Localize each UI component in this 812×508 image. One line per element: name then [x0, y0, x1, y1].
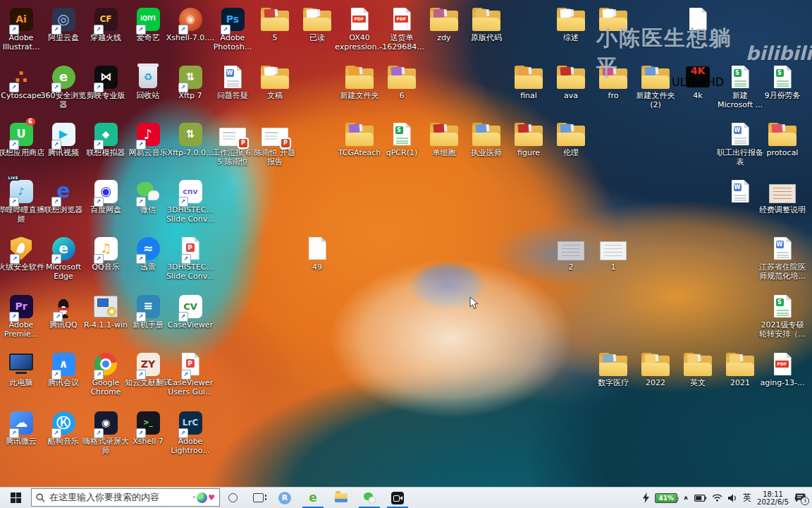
folder-zdy[interactable]: zdy [422, 6, 467, 42]
adobe-photoshop[interactable]: Ps↗AdobePhotosh... [210, 6, 255, 52]
word-unlabeled[interactable]: W [718, 178, 763, 205]
folder-yuanban-daima[interactable]: 原版代码 [464, 6, 509, 42]
excel-xinjian-microsoft[interactable]: S新建Microsoft ... [718, 64, 763, 109]
tencent-video[interactable]: ▶↗腾讯视频 [41, 121, 86, 157]
pdf-delivery-note[interactable]: PDF送货单-1629684... [379, 6, 424, 52]
lenovo-emulator[interactable]: ◆↗联想模拟器 [83, 121, 128, 157]
file-49[interactable]: 49 [295, 235, 340, 272]
3dhistech-slide-doc[interactable]: P↗3DHISTEC...Slide Conv... [168, 235, 213, 281]
capcut-pro[interactable]: ⋈↗剪映专业版 [83, 64, 128, 100]
folder-2022[interactable]: 2022 [633, 351, 678, 387]
iqiyi[interactable]: iQIYI↗爱奇艺 [125, 6, 171, 42]
bilibili-live-hime[interactable]: ♪↗LIVE哔哩哔哩直播姬 [0, 178, 44, 224]
volume-icon[interactable] [728, 494, 737, 502]
clock[interactable]: 18:11 2022/6/5 [757, 490, 789, 506]
taskbar-app-screen-recorder[interactable] [383, 488, 412, 508]
zhiyun-translator[interactable]: ZY↗知云文献翻译 [125, 351, 171, 387]
folder-shuzi-yiliao[interactable]: 数字医疗 [591, 351, 636, 387]
huorong-security[interactable]: ↗火绒安全软件 [0, 235, 44, 272]
this-pc[interactable]: 此电脑 [0, 351, 44, 387]
lenovo-browser[interactable]: e↗联想浏览器 [41, 178, 86, 214]
start-button[interactable] [0, 488, 31, 508]
kugou-music[interactable]: Ⓚ↗酷狗音乐 [41, 409, 86, 446]
folder-5[interactable]: 5 [252, 6, 297, 42]
xunlei-thunder[interactable]: ≈↗迅雷 [125, 235, 171, 272]
crossfire[interactable]: CF↗穿越火线 [83, 6, 128, 42]
excel-september-labor[interactable]: S9月份劳务 [760, 64, 805, 100]
img-2[interactable]: 2 [548, 235, 593, 272]
baidu-netdisk[interactable]: ◉↗百度网盘 [83, 178, 128, 214]
img-jingfei-tiaozheng[interactable]: 经费调整说明 [760, 178, 805, 214]
task-view-button[interactable] [245, 488, 271, 508]
desktop-wallpaper[interactable]: Ai↗AdobeIllustrat...◎↗阿里云盘CF↗穿越火线iQIYI↗爱… [0, 0, 812, 487]
word-chuxing-baobei[interactable]: W职工出行报备表 [718, 121, 763, 167]
3dhistech-slide-converter[interactable]: cnv↗3DHISTEC...Slide Conv... [168, 178, 213, 224]
folder-zhiye-yishi[interactable]: 执业医师 [464, 121, 509, 157]
file-obscured[interactable] [675, 6, 720, 33]
img-1[interactable]: 1 [591, 235, 636, 272]
pdf-aging-13[interactable]: PDFaging-13-... [760, 351, 805, 387]
adobe-premiere[interactable]: Pr↗AdobePremie... [0, 293, 44, 339]
folder-2021[interactable]: 2021 [718, 351, 763, 387]
caseviewer-users-guide[interactable]: P↗CaseViewerUsers Gui... [168, 351, 213, 397]
taskbar-app-wechat[interactable] [355, 488, 383, 508]
folder-tcgateach[interactable]: TCGAteach [337, 121, 382, 157]
xftp-setup[interactable]: ⇅Xftp-7.0.0... [168, 121, 213, 157]
360-browser[interactable]: e↗360安全浏览器 [41, 64, 86, 109]
folder-yidu[interactable]: 已读 [295, 6, 340, 42]
folder-figure[interactable]: figure [506, 121, 551, 157]
xshell-7[interactable]: >_↗Xshell 7 [125, 409, 171, 446]
haigeshi-recorder[interactable]: ◉↗嗨格式录屏大师 [83, 409, 128, 455]
battery-percent-badge[interactable]: 41% [655, 493, 677, 503]
cytoscape[interactable]: ∴↗Cytoscape [0, 64, 44, 100]
excel-qpcr-1[interactable]: SqPCR(1) [379, 121, 424, 157]
taskbar-app-360-browser[interactable]: e [299, 488, 327, 508]
xinji-shouce[interactable]: ≡↗新机手册 [125, 293, 171, 329]
adobe-lightroom[interactable]: LrC↗AdobeLightroo... [168, 409, 213, 455]
word-jiangsu-guipei[interactable]: W江苏省住院医师规范化培... [760, 235, 805, 281]
caseviewer[interactable]: CV↗CaseViewer [168, 293, 213, 329]
folder-final[interactable]: final [506, 64, 551, 100]
microsoft-edge[interactable]: e↗MicrosoftEdge [41, 235, 86, 281]
r-4-1-1-installer[interactable]: R-4.1.1-win [83, 293, 128, 329]
xftp7[interactable]: ⇅↗Xftp 7 [168, 64, 213, 100]
ppt-kaiti-baogao[interactable]: P陈雨恒 开题报告 [252, 121, 297, 167]
recycle-bin[interactable]: ♻回收站 [125, 64, 171, 100]
4k-ultrahd[interactable]: 4KULTRAHD4k [675, 64, 720, 100]
folder-danxibao[interactable]: 单细胞 [422, 121, 467, 157]
adobe-illustrator[interactable]: Ai↗AdobeIllustrat... [0, 6, 44, 52]
folder-xinjian[interactable]: 新建文件夹 [337, 64, 382, 100]
hidden-icons-chevron[interactable]: ∧ [683, 495, 689, 501]
folder-wengao[interactable]: 文稿 [252, 64, 297, 100]
excel-2021-zhuanshuo[interactable]: S2021级专硕轮转安排（... [760, 293, 805, 339]
tencent-qq[interactable]: ↗腾讯QQ [41, 293, 86, 329]
tencent-meeting[interactable]: ∧↗腾讯会议 [41, 351, 86, 387]
word-wenti-dayi[interactable]: W问题答疑 [210, 64, 255, 100]
wechat[interactable]: ↗微信 [125, 178, 171, 214]
xshell-setup[interactable]: ◉↗Xshell-7.0.... [168, 6, 213, 42]
folder-ava[interactable]: ava [548, 64, 593, 100]
lenovo-app-store[interactable]: U↗6联想应用商店 [0, 121, 44, 157]
pdf-ox40[interactable]: PDFOX40expression... [337, 6, 382, 52]
folder-fro[interactable]: fro [591, 64, 636, 100]
action-center-button[interactable]: 3 [794, 492, 806, 503]
google-chrome[interactable]: ↗GoogleChrome [83, 351, 128, 397]
folder-yingwen[interactable]: 英文 [675, 351, 720, 387]
taskbar-app-rstudio[interactable]: R [271, 488, 299, 508]
ppt-work-report[interactable]: P工作汇报 6.5 陈雨恒 [210, 121, 255, 167]
qq-music[interactable]: ♫↗QQ音乐 [83, 235, 128, 272]
folder-zongshu[interactable]: 综述 [548, 6, 593, 42]
taskbar-search-box[interactable]: 在这里输入你要搜索的内容 ✦ ♥ [31, 488, 220, 507]
taskbar-app-file-explorer[interactable] [327, 488, 355, 508]
folder-6[interactable]: 6 [379, 64, 424, 100]
netease-cloud-music[interactable]: ♪↗网易云音乐 [125, 121, 171, 157]
folder-obscured[interactable] [591, 6, 636, 33]
folder-protocal[interactable]: protocal [760, 121, 805, 157]
cortana-button[interactable] [220, 488, 245, 508]
battery-icon[interactable] [694, 495, 706, 502]
tencent-weiyun[interactable]: ☁↗腾讯微云 [0, 409, 44, 446]
aliyun-drive[interactable]: ◎↗阿里云盘 [41, 6, 86, 42]
wifi-icon[interactable] [712, 494, 722, 502]
folder-lunli[interactable]: 伦理 [548, 121, 593, 157]
ime-language-indicator[interactable]: 英 [743, 492, 751, 504]
